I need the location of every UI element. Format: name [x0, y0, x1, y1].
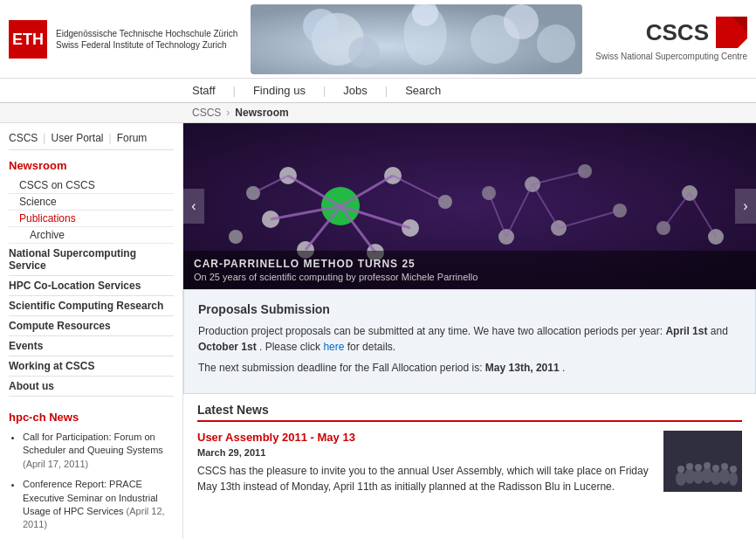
page-header: ETH Eidgenössische Technische Hochschule… — [0, 0, 756, 79]
news-body-0: CSCS has the pleasure to invite you to t… — [197, 463, 653, 494]
latest-news-section: Latest News User Assembly 2011 - May 13 … — [183, 394, 756, 503]
proposals-click: . Please click — [259, 341, 323, 353]
svg-point-53 — [702, 467, 712, 483]
proposals-here-link[interactable]: here — [323, 341, 344, 353]
hpc-ch-list: Call for Participation: Forum on Schedul… — [9, 431, 174, 539]
hpc-ch-item-1: Conference Report: PRACE Executive Semin… — [23, 478, 174, 532]
proposals-may13: May 13th, 2011 — [485, 362, 560, 374]
svg-point-61 — [712, 465, 719, 472]
cscs-logo-icon — [716, 17, 747, 48]
cscs-sublabel: Swiss National Supercomputing Centre — [595, 52, 747, 61]
sidebar-item-publications[interactable]: Publications — [9, 211, 174, 227]
svg-point-56 — [729, 472, 738, 486]
hpc-ch-date-0: (April 17, 2011) — [23, 459, 88, 469]
sidebar-item-archive[interactable]: Archive — [9, 227, 174, 244]
slide-desc: On 25 years of scientific computing by p… — [194, 272, 746, 282]
svg-point-10 — [537, 24, 575, 63]
slide-title: CAR-PARRINELLO METHOD TURNS 25 — [194, 258, 746, 270]
slide-arrow-right[interactable]: › — [735, 189, 756, 224]
eth-text: Eidgenössische Technische Hochschule Zür… — [56, 28, 237, 51]
hpc-ch-link-0[interactable]: Call for Participation: Forum on Schedul… — [23, 432, 163, 455]
nav-sep-3: | — [385, 84, 388, 97]
nav-finding-us[interactable]: Finding us — [253, 84, 306, 97]
nav-search[interactable]: Search — [405, 84, 441, 97]
sidebar-sep-2: | — [109, 132, 112, 144]
top-nav: Staff | Finding us | Jobs | Search — [0, 79, 756, 103]
svg-point-63 — [730, 466, 737, 473]
sidebar-item-scientific[interactable]: Scientific Computing Research — [9, 296, 174, 316]
eth-line1: Eidgenössische Technische Hochschule Zür… — [56, 28, 237, 39]
svg-point-59 — [695, 464, 702, 471]
sidebar-link-user-portal[interactable]: User Portal — [51, 132, 103, 144]
sidebar-sep-1: | — [43, 132, 45, 144]
slide-arrow-left[interactable]: ‹ — [183, 189, 204, 224]
proposals-text-1: Production project proposals can be subm… — [198, 323, 741, 355]
proposals-text-1a: Production project proposals can be subm… — [198, 325, 663, 337]
sidebar-link-cscs[interactable]: CSCS — [9, 132, 38, 144]
news-thumb-0 — [663, 431, 742, 492]
nav-sep-1: | — [233, 84, 236, 97]
news-date-0: March 29, 2011 — [197, 447, 653, 458]
proposals-for-details: for details. — [347, 341, 395, 353]
news-item-0: User Assembly 2011 - May 13 March 29, 20… — [197, 431, 742, 494]
sidebar-item-compute[interactable]: Compute Resources — [9, 316, 174, 336]
sidebar-newsroom-title: Newsroom — [9, 159, 174, 172]
proposals-next: The next submission deadline for the Fal… — [198, 362, 483, 374]
sidebar-item-working[interactable]: Working at CSCS — [9, 356, 174, 377]
sidebar-item-events[interactable]: Events — [9, 336, 174, 356]
proposals-section: Proposals Submission Production project … — [183, 289, 756, 394]
svg-point-50 — [676, 472, 686, 486]
latest-news-title: Latest News — [197, 403, 742, 422]
hpc-ch-title: hpc-ch News — [9, 411, 174, 424]
proposals-october: October 1st — [198, 341, 257, 353]
hpc-ch-item-0: Call for Participation: Forum on Schedul… — [23, 431, 174, 471]
news-content-0: User Assembly 2011 - May 13 March 29, 20… — [197, 431, 653, 494]
slideshow: CAR-PARRINELLO METHOD TURNS 25 On 25 yea… — [183, 123, 756, 289]
eth-logo: ETH — [9, 20, 47, 59]
svg-point-60 — [704, 462, 711, 469]
svg-point-5 — [348, 37, 380, 68]
svg-point-55 — [719, 468, 730, 484]
eth-line2: Swiss Federal Institute of Technology Zu… — [56, 39, 237, 51]
proposals-period: . — [562, 362, 565, 374]
content-area: CAR-PARRINELLO METHOD TURNS 25 On 25 yea… — [183, 123, 756, 539]
sidebar-item-science[interactable]: Science — [9, 194, 174, 211]
svg-point-57 — [677, 466, 684, 473]
sidebar-item-hpc-colocation[interactable]: HPC Co-Location Services — [9, 276, 174, 296]
svg-text:ETH: ETH — [12, 31, 44, 48]
header-graphic — [251, 4, 582, 74]
sidebar-item-about[interactable]: About us — [9, 377, 174, 397]
svg-point-58 — [686, 463, 693, 470]
sidebar-item-cscs-on-cscs[interactable]: CSCS on CSCS — [9, 177, 174, 194]
proposals-april: April 1st — [665, 325, 707, 337]
cscs-logo-area: CSCS Swiss National Supercomputing Centr… — [595, 17, 747, 61]
breadcrumb-cscs[interactable]: CSCS — [192, 107, 221, 119]
svg-point-62 — [721, 463, 728, 470]
cscs-logo-text: CSCS — [646, 19, 709, 46]
hpc-ch-section: hpc-ch News Call for Participation: Foru… — [9, 411, 174, 539]
sidebar-link-forum[interactable]: Forum — [117, 132, 148, 144]
svg-point-4 — [303, 9, 338, 44]
news-headline-0[interactable]: User Assembly 2011 - May 13 — [197, 431, 653, 444]
nav-jobs[interactable]: Jobs — [343, 84, 367, 97]
svg-point-9 — [504, 4, 539, 39]
sidebar: CSCS | User Portal | Forum Newsroom CSCS… — [0, 123, 183, 539]
proposals-text-2: The next submission deadline for the Fal… — [198, 360, 741, 376]
nav-sep-2: | — [323, 84, 326, 97]
news-thumb-image — [663, 431, 742, 492]
main-layout: CSCS | User Portal | Forum Newsroom CSCS… — [0, 123, 756, 539]
nav-staff[interactable]: Staff — [192, 84, 216, 97]
slide-caption: CAR-PARRINELLO METHOD TURNS 25 On 25 yea… — [183, 251, 756, 289]
header-left: ETH Eidgenössische Technische Hochschule… — [9, 20, 237, 59]
proposals-and: and — [711, 325, 728, 337]
proposals-title: Proposals Submission — [198, 302, 741, 316]
breadcrumb-sep: › — [226, 107, 230, 119]
breadcrumb: CSCS › Newsroom — [0, 103, 756, 123]
svg-point-23 — [229, 230, 243, 244]
breadcrumb-newsroom: Newsroom — [235, 107, 288, 119]
sidebar-item-national[interactable]: National Supercomputing Service — [9, 244, 174, 276]
